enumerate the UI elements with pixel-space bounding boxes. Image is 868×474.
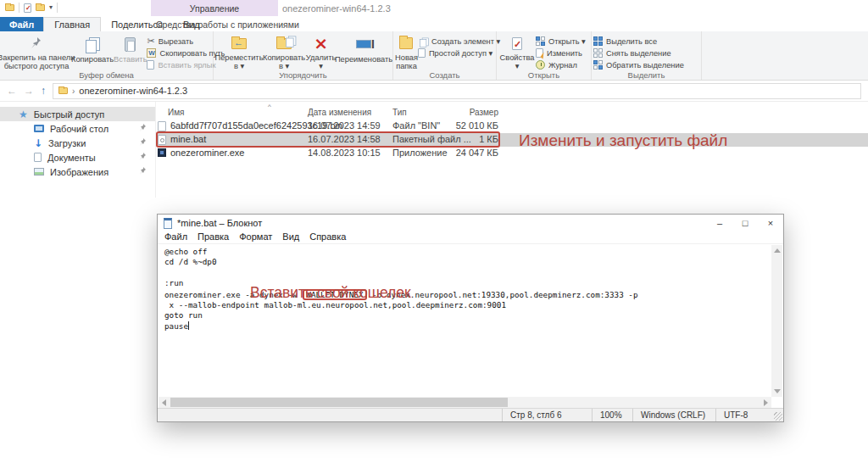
picture-icon: [34, 168, 44, 176]
sidebar-item-documents[interactable]: Документы: [0, 150, 155, 165]
document-icon: [34, 153, 42, 162]
pin-icon: [139, 167, 147, 177]
scroll-down-icon[interactable]: [774, 389, 781, 393]
tab-app-tools[interactable]: Средства работы с приложениями: [151, 17, 304, 31]
horizontal-scrollbar[interactable]: [159, 397, 771, 408]
chevron-down-icon[interactable]: ▾: [49, 4, 53, 11]
tab-home[interactable]: Главная: [43, 17, 101, 31]
history-button[interactable]: Журнал: [536, 59, 586, 70]
back-icon[interactable]: ←: [7, 85, 17, 97]
scrollbar-thumb[interactable]: [170, 398, 508, 407]
menu-view[interactable]: Вид: [277, 231, 304, 243]
invert-selection-button[interactable]: Обратить выделение: [593, 59, 684, 70]
text-editor-area[interactable]: @echo off cd /d %~dp0 :run onezerominer.…: [159, 245, 771, 397]
open-group-label: Открыть: [497, 70, 591, 80]
column-header-date[interactable]: Дата изменения: [308, 108, 371, 117]
bat-file-icon: [158, 135, 166, 145]
folder-icon[interactable]: [36, 4, 45, 11]
text-cursor: [188, 321, 189, 330]
paste-label: Вставить: [114, 55, 147, 64]
ribbon-tabs: Файл Главная Поделиться Вид Средства раб…: [0, 17, 868, 31]
menu-format[interactable]: Формат: [234, 231, 277, 243]
ribbon: Закрепить на панели быстрого доступа Коп…: [0, 31, 868, 81]
scroll-up-icon[interactable]: [774, 248, 781, 253]
file-name[interactable]: mine.bat: [170, 134, 206, 144]
sidebar-item-downloads[interactable]: ↓ Загрузки: [0, 136, 155, 150]
easy-access-icon: [418, 48, 426, 58]
notepad-title: *mine.bat – Блокнот: [177, 218, 262, 228]
window-title: onezerominer-win64-1.2.3: [282, 3, 391, 14]
open-button[interactable]: Открыть ▾: [536, 36, 586, 47]
new-group-label: Создать: [393, 70, 496, 80]
ribbon-group-new: Новая папка Создать элемент ▾ Простой до…: [393, 31, 497, 80]
cursor-position: Стр 8, стлб 6: [502, 409, 592, 421]
properties-icon[interactable]: ✓: [24, 3, 31, 13]
sidebar-item-pictures[interactable]: Изображения: [0, 165, 155, 179]
column-header-type[interactable]: Тип: [392, 108, 407, 117]
move-to-label: Переместить: [215, 53, 264, 62]
delete-button[interactable]: × Удалить ▾: [305, 33, 337, 70]
bin-file-icon: [158, 121, 166, 131]
new-item-label: Создать элемент ▾: [431, 36, 500, 46]
paste-button[interactable]: Вставить: [114, 33, 147, 70]
resize-grip[interactable]: [774, 412, 782, 421]
column-header-name[interactable]: Имя: [168, 108, 184, 117]
move-to-button[interactable]: ← Переместить в ▾: [215, 33, 263, 70]
manage-ribbon-tab[interactable]: Управление: [151, 0, 278, 16]
scroll-left-icon[interactable]: [162, 399, 166, 406]
scroll-right-icon[interactable]: [764, 399, 768, 406]
notepad-titlebar[interactable]: *mine.bat – Блокнот – □ ×: [158, 215, 783, 231]
pin-icon: [31, 35, 42, 52]
properties-caret: ▾: [515, 62, 520, 70]
divider: [19, 3, 19, 13]
easy-access-button[interactable]: Простой доступ ▾: [418, 47, 500, 59]
pin-to-quick-access-button[interactable]: Закрепить на панели быстрого доступа: [2, 33, 71, 70]
address-bar: ← → ↑ › onezerominer-win64-1.2.3: [0, 81, 868, 102]
maximize-button[interactable]: □: [732, 215, 758, 231]
column-header-size[interactable]: Размер: [436, 108, 498, 117]
copy-to-button[interactable]: Копировать в ▾: [263, 33, 305, 70]
file-name[interactable]: onezerominer.exe: [170, 148, 244, 158]
copy-icon: [86, 35, 99, 53]
breadcrumb-separator: ›: [72, 86, 75, 96]
file-row-mine-bat[interactable]: mine.bat 16.07.2023 14:58 Пакетный файл …: [156, 133, 868, 147]
delete-icon: ×: [314, 35, 328, 52]
menu-help[interactable]: Справка: [304, 231, 351, 243]
zoom-level[interactable]: 100%: [592, 409, 632, 421]
tab-file[interactable]: Файл: [0, 17, 43, 31]
properties-button[interactable]: ✓ Свойства ▾: [498, 33, 536, 70]
select-all-label: Выделить все: [606, 37, 657, 46]
file-row-exe[interactable]: onezerominer.exe 14.08.2023 10:15 Прилож…: [156, 147, 868, 160]
window-controls: – □ ×: [707, 215, 783, 231]
menu-edit[interactable]: Правка: [192, 231, 234, 243]
menu-file[interactable]: Файл: [158, 231, 192, 243]
forward-icon[interactable]: →: [24, 85, 34, 97]
vertical-scrollbar[interactable]: [771, 245, 782, 397]
file-size: 24 047 КБ: [410, 148, 498, 158]
annotation-insert-wallet: Вставить свой кошелек: [250, 284, 411, 302]
new-folder-button[interactable]: Новая папка: [395, 33, 418, 70]
sort-ascending-icon: ^: [268, 103, 271, 110]
pin-label-line2: быстрого доступа: [4, 62, 70, 70]
annotation-edit-run-file: Изменить и запустить файл: [519, 131, 727, 150]
minimize-button[interactable]: –: [707, 215, 732, 231]
new-folder-icon: [399, 35, 413, 52]
new-item-button[interactable]: Создать элемент ▾: [418, 36, 500, 47]
rename-button[interactable]: Переименовать: [337, 33, 391, 70]
edit-button[interactable]: Изменить: [536, 47, 586, 59]
folder-icon: [58, 87, 68, 94]
up-icon[interactable]: ↑: [41, 85, 46, 97]
select-none-button[interactable]: Снять выделение: [593, 47, 684, 59]
sidebar-item-label: Документы: [47, 153, 96, 163]
close-button[interactable]: ×: [758, 215, 783, 231]
quick-access-toolbar: ✓ ▾: [5, 3, 58, 13]
sidebar-item-desktop[interactable]: Рабочий стол: [0, 121, 155, 136]
breadcrumb[interactable]: onezerominer-win64-1.2.3: [79, 86, 187, 96]
new-folder-label2: папка: [396, 62, 417, 70]
sidebar-item-quick-access[interactable]: ★ Быстрый доступ: [0, 107, 155, 121]
select-all-button[interactable]: Выделить все: [593, 36, 684, 47]
address-input[interactable]: › onezerominer-win64-1.2.3: [53, 83, 861, 99]
folder-icon[interactable]: [5, 4, 14, 11]
copy-button[interactable]: Копировать: [71, 33, 114, 70]
file-row-bin[interactable]: 6abfdd7f707d155da0ecef6242593c19.bin 16.…: [156, 120, 868, 133]
